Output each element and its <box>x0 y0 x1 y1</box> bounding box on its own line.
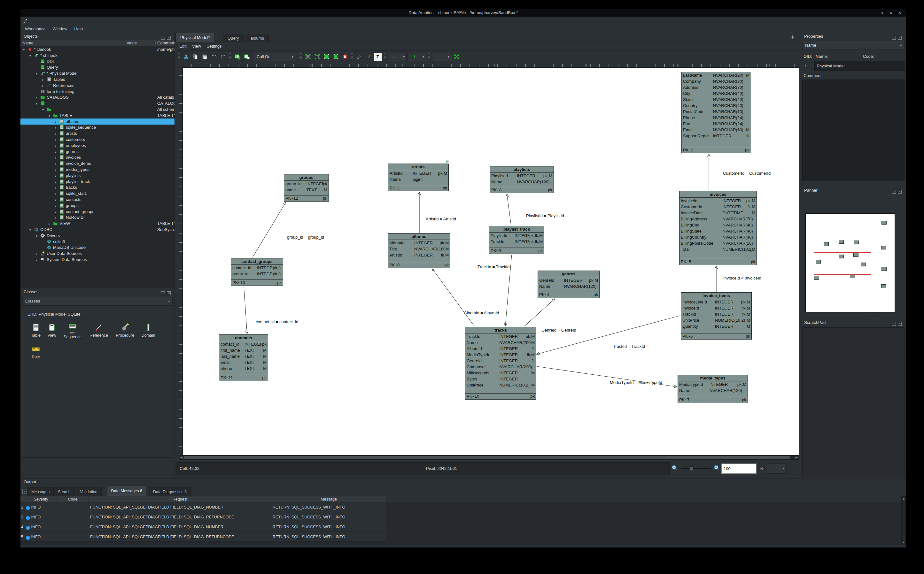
close-button[interactable]: ✕ <box>896 9 903 17</box>
erd-column[interactable]: InvoiceLineIdINTEGERpk,M <box>681 299 752 305</box>
output-column-request[interactable]: Request <box>89 497 271 503</box>
erd-table-title[interactable]: contacts <box>219 335 268 341</box>
tree-item-user-data-sources[interactable]: ▸User Data Sources <box>21 251 175 257</box>
erd-column[interactable]: BytesINTEGER <box>465 376 536 382</box>
erd-column[interactable]: NameNVARCHAR(200)M <box>465 339 536 345</box>
align-top-combo[interactable]: ▾ <box>408 53 426 61</box>
erd-column[interactable]: QuantityINTEGERM <box>681 323 752 329</box>
pen-tool-icon[interactable] <box>355 53 363 61</box>
classes-dropdown[interactable]: Classes▾ <box>22 297 172 306</box>
erd-column[interactable]: BillingStateNVARCHAR(40) <box>679 228 757 234</box>
erd-table-title[interactable]: groups <box>284 174 329 181</box>
erd-column[interactable]: TotalNUMERIC(10,2)M <box>679 246 757 252</box>
tree-closed-icon[interactable]: ▸ <box>55 125 60 131</box>
erd-table-media_types[interactable]: media_typesMediaTypeIdINTEGERpk,MNameNVA… <box>678 375 748 403</box>
tree-item-query[interactable]: SQLQuery <box>21 64 175 70</box>
erd-table-title[interactable]: invoice_items <box>681 293 752 299</box>
erd-column[interactable]: contact_idINTEGERpk <box>219 341 268 347</box>
tree-item-chinook[interactable]: ▾* chinook/home/ph <box>21 46 175 52</box>
erd-column[interactable]: UnitPriceNUMERIC(10,2)M <box>465 382 536 388</box>
erd-column[interactable]: NameNVARCHAR(120) <box>678 388 747 394</box>
code-field[interactable] <box>865 61 905 71</box>
relationship-label[interactable]: MediaTypeId = MediaTypeId <box>610 380 662 385</box>
erd-table-title[interactable]: artists <box>389 164 449 170</box>
zoom-out-icon[interactable] <box>671 464 679 473</box>
erd-table-title[interactable]: tracks <box>465 327 536 333</box>
erd-column[interactable]: BillingCountryNVARCHAR(40) <box>679 234 757 240</box>
palette-item-domain[interactable]: Domain <box>136 323 160 337</box>
erd-column[interactable]: group_idINTEGERpk <box>284 181 329 187</box>
relationship-label[interactable]: PlaylistId = PlaylistId <box>526 213 564 218</box>
comment-field[interactable] <box>802 80 905 181</box>
relationship-label[interactable]: GenreId = GenreId <box>542 328 576 333</box>
tree-item-media-types[interactable]: ▸media_types <box>21 166 175 172</box>
zoom-input[interactable] <box>721 464 757 474</box>
erd-column[interactable]: InvoiceIdINTEGERfk,M <box>681 305 752 311</box>
tree-item-physical-model[interactable]: ▾* Physical Model <box>21 70 175 76</box>
erd-column[interactable]: UnitPriceNUMERIC(10,2)M <box>681 317 752 323</box>
erd-table-groups[interactable]: groupsgroup_idINTEGERpknameTEXTMPK~12pk <box>284 174 329 202</box>
output-column-code[interactable]: Code <box>57 497 89 503</box>
erd-table-customers_partial[interactable]: LastNameNVARCHAR(20)MCompanyNVARCHAR(80)… <box>681 72 751 153</box>
erd-column[interactable]: TrackIdINTEGERpk,M <box>465 333 536 339</box>
output-tab-data-diagnostics-3[interactable]: Data Diagnostics 3 <box>149 487 191 496</box>
tree-open-icon[interactable]: ▾ <box>36 233 40 239</box>
tree-closed-icon[interactable]: ▸ <box>55 214 60 221</box>
relationship-label[interactable]: contact_id = contact_id <box>256 319 298 324</box>
output-tab-messages[interactable]: Messages <box>27 487 54 496</box>
tree-item-odbc[interactable]: ▾ODBCSubSyster <box>21 227 175 233</box>
erd-table-contact_groups[interactable]: contact_groupscontact_idINTEGERpk,fkgrou… <box>231 258 283 286</box>
tree-item-invoice-items[interactable]: ▸invoice_items <box>21 160 175 166</box>
erd-column[interactable]: BillingPostalCodeNVARCHAR(10) <box>679 240 757 246</box>
tree-item-contact-groups[interactable]: ▸contact_groups <box>21 208 175 214</box>
erd-table-title[interactable]: albums <box>388 233 450 240</box>
tree-item-system-data-sources[interactable]: ▸System Data Sources <box>21 257 175 263</box>
redo-icon[interactable] <box>219 53 227 61</box>
erd-table-tracks[interactable]: tracksTrackIdINTEGERpk,MNameNVARCHAR(200… <box>465 327 536 400</box>
erd-table-contacts[interactable]: contactscontact_idINTEGERpkfirst_nameTEX… <box>219 334 268 381</box>
float-panel-icon[interactable]: ▫ <box>892 36 896 39</box>
tree-closed-icon[interactable]: ▸ <box>55 167 60 173</box>
tree-item-drivers[interactable]: ▾Drivers <box>21 233 175 239</box>
output-column-severity[interactable]: Severity <box>25 497 57 503</box>
output-row-3[interactable]: 3i INFOFUNCTION: SQL_API_SQLGETDIAGFIELD… <box>21 512 386 522</box>
tree-item-playlist-track[interactable]: ▸playlist_track <box>21 178 175 184</box>
erd-column[interactable]: first_nameTEXTM <box>219 347 268 353</box>
erd-column[interactable]: nameTEXTM <box>284 187 329 193</box>
tree-item-employees[interactable]: ▸employees <box>21 142 175 148</box>
erd-column[interactable]: ArtistIdINTEGERfk,M <box>388 252 450 258</box>
erd-column[interactable]: MediaTypeIdINTEGERpk,M <box>678 382 747 388</box>
erd-column[interactable]: MillisecondsINTEGERM <box>465 370 536 376</box>
tab-physical-model[interactable]: Physical Model* <box>175 33 215 42</box>
tree-item-table[interactable]: ▾TABLETABLE TYP <box>21 112 175 118</box>
erd-column[interactable]: PostalCodeNVARCHAR(10) <box>682 109 751 115</box>
tree-item-form-for-testing[interactable]: form for testing <box>21 88 175 95</box>
tree-closed-icon[interactable]: ▸ <box>55 203 60 209</box>
close-panel-icon[interactable]: ✕ <box>898 322 902 326</box>
erd-table-title[interactable]: media_types <box>678 375 747 382</box>
select-handles-alt-icon[interactable] <box>313 53 321 61</box>
tree-item-sqlite-sequence[interactable]: ▸sqlite_sequence <box>21 124 175 130</box>
erd-table-playlist_track[interactable]: playlist_trackPlaylistIdINTEGERpk,fk,MTr… <box>489 226 544 254</box>
erd-column[interactable]: AddressNVARCHAR(70) <box>682 84 751 90</box>
tree-item-contacts[interactable]: ▸contacts <box>21 196 175 202</box>
erd-column[interactable]: TitleNVARCHAR(160)M <box>388 246 450 252</box>
erd-table-title[interactable]: playlists <box>490 166 554 173</box>
new-table-icon[interactable] <box>233 53 242 61</box>
tree-item-sqlite-stat1[interactable]: ▸sqlite_stat1 <box>21 190 175 196</box>
diagram-canvas[interactable]: ArtistId = ArtistIdgroup_id = group_idco… <box>183 68 799 455</box>
titlebar[interactable]: Data Architect - chinook.SAFile - /home/… <box>21 9 906 17</box>
tree-item[interactable]: ▾CATALOG <box>21 100 175 106</box>
erd-column[interactable]: last_nameTEXTM <box>219 353 268 360</box>
float-panel-icon[interactable]: ▫ <box>892 322 896 326</box>
erd-table-invoices[interactable]: invoicesInvoiceIdINTEGERpk,MCustomerIdIN… <box>679 191 757 265</box>
output-vscrollbar[interactable]: ▲ ▼ <box>901 497 906 545</box>
erd-column[interactable]: ArtistIdINTEGERpk,M <box>389 170 449 176</box>
scroll-left-icon[interactable]: ◀ <box>179 456 183 460</box>
resize-wide-icon[interactable] <box>322 53 330 61</box>
palette-item-rule[interactable]: Rule <box>24 345 48 360</box>
pin-icon[interactable] <box>790 35 795 40</box>
erd-column[interactable]: NameNVARCHAR(120) <box>538 283 599 289</box>
zoom-in-icon[interactable] <box>713 464 721 473</box>
delete-icon[interactable] <box>341 53 349 61</box>
